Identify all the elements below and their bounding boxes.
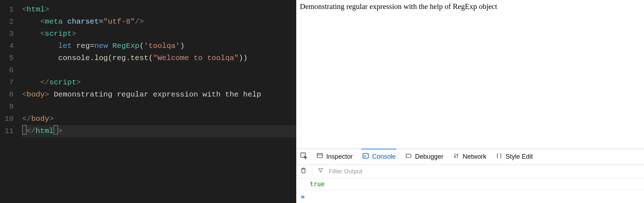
- devtools-tabbar: Inspector Console Debugger: [296, 149, 644, 165]
- tab-label: Debugger: [415, 153, 443, 160]
- svg-rect-3: [363, 153, 369, 158]
- page-content: Demonstrating regular expression with th…: [296, 0, 644, 149]
- console-icon: [362, 152, 369, 161]
- prompt-chevron-icon: »: [301, 192, 305, 201]
- code-line[interactable]: <script>: [22, 28, 296, 40]
- svg-rect-1: [317, 153, 323, 158]
- code-line[interactable]: </script>: [22, 76, 296, 89]
- console-output-value: true: [310, 180, 325, 188]
- pick-element-icon[interactable]: [300, 152, 308, 162]
- line-number: 8: [0, 89, 14, 101]
- code-line[interactable]: </html>: [22, 125, 296, 137]
- tab-style-editor[interactable]: Style Edit: [495, 149, 533, 164]
- tab-inspector[interactable]: Inspector: [316, 149, 353, 164]
- line-number: 6: [0, 64, 14, 76]
- line-number: 3: [0, 28, 14, 40]
- line-number: 11: [0, 125, 14, 137]
- tab-network[interactable]: Network: [452, 149, 487, 164]
- tab-label: Style Edit: [506, 153, 533, 160]
- code-line[interactable]: <html>: [22, 4, 296, 16]
- debugger-icon: [405, 152, 412, 161]
- line-number: 7: [0, 76, 14, 89]
- code-area[interactable]: <html> <meta charset="utf-8"/> <script> …: [19, 0, 296, 203]
- line-number: 1: [0, 4, 14, 16]
- gutter: 1234567891011: [0, 0, 19, 203]
- tab-label: Network: [463, 153, 486, 160]
- code-line[interactable]: </body>: [22, 113, 296, 125]
- line-number: 4: [0, 40, 14, 52]
- browser-pane: Demonstrating regular expression with th…: [296, 0, 644, 203]
- code-line[interactable]: console.log(reg.test("Welcome to toolqa"…: [22, 52, 296, 64]
- trash-icon[interactable]: [300, 167, 307, 176]
- code-line[interactable]: let reg=new RegExp('toolqa'): [22, 40, 296, 52]
- console-prompt[interactable]: »: [296, 190, 644, 203]
- line-number: 9: [0, 101, 14, 113]
- console-output-line: true: [296, 178, 644, 190]
- style-editor-icon: [496, 152, 503, 161]
- app-root: 1234567891011 <html> <meta charset="utf-…: [0, 0, 644, 203]
- line-number: 10: [0, 113, 14, 125]
- tab-label: Inspector: [326, 153, 353, 160]
- devtools-filterbar: [296, 165, 644, 178]
- code-editor[interactable]: 1234567891011 <html> <meta charset="utf-…: [0, 0, 296, 203]
- tab-label: Console: [372, 153, 396, 160]
- page-body-text: Demonstrating regular expression with th…: [300, 2, 497, 11]
- code-line[interactable]: [22, 101, 296, 113]
- tab-console[interactable]: Console: [361, 149, 396, 164]
- separator: [312, 168, 312, 175]
- code-line[interactable]: <meta charset="utf-8"/>: [22, 16, 296, 28]
- code-line[interactable]: <body> Demonstrating regular expression …: [22, 89, 296, 101]
- devtools: Inspector Console Debugger: [296, 149, 644, 203]
- line-number: 2: [0, 16, 14, 28]
- funnel-icon: [317, 167, 324, 175]
- filter-output-input[interactable]: [329, 168, 644, 175]
- inspector-icon: [316, 152, 323, 161]
- network-icon: [453, 152, 460, 161]
- tab-debugger[interactable]: Debugger: [404, 149, 444, 164]
- code-line[interactable]: [22, 64, 296, 76]
- line-number: 5: [0, 52, 14, 64]
